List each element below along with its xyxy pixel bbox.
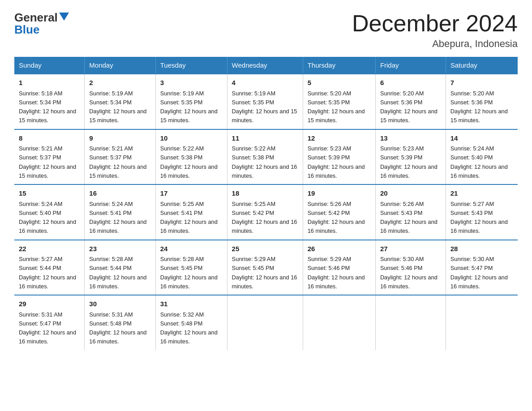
table-row: 30 Sunrise: 5:31 AMSunset: 5:48 PMDaylig…: [85, 295, 155, 350]
day-info: Sunrise: 5:29 AMSunset: 5:46 PMDaylight:…: [308, 256, 365, 290]
day-number: 10: [160, 133, 223, 144]
day-number: 6: [380, 78, 441, 88]
table-row: 6 Sunrise: 5:20 AMSunset: 5:36 PMDayligh…: [375, 74, 446, 129]
day-number: 27: [380, 244, 441, 254]
day-number: 11: [232, 133, 298, 144]
day-info: Sunrise: 5:18 AMSunset: 5:34 PMDaylight:…: [19, 90, 76, 124]
day-info: Sunrise: 5:21 AMSunset: 5:37 PMDaylight:…: [89, 145, 146, 179]
day-number: 31: [160, 299, 223, 309]
table-row: 24 Sunrise: 5:28 AMSunset: 5:45 PMDaylig…: [155, 240, 227, 295]
day-number: 30: [89, 299, 150, 309]
day-number: 21: [450, 188, 513, 199]
table-row: 2 Sunrise: 5:19 AMSunset: 5:34 PMDayligh…: [85, 74, 155, 129]
page-subtitle: Abepura, Indonesia: [352, 38, 518, 50]
day-info: Sunrise: 5:27 AMSunset: 5:43 PMDaylight:…: [450, 201, 508, 235]
table-row: 4 Sunrise: 5:19 AMSunset: 5:35 PMDayligh…: [227, 74, 303, 129]
day-number: 16: [89, 188, 150, 199]
table-row: [446, 295, 518, 350]
day-number: 9: [89, 133, 150, 144]
col-thursday: Thursday: [303, 57, 375, 74]
col-tuesday: Tuesday: [155, 57, 227, 74]
col-saturday: Saturday: [446, 57, 518, 74]
table-row: 13 Sunrise: 5:23 AMSunset: 5:39 PMDaylig…: [375, 129, 446, 185]
table-row: 29 Sunrise: 5:31 AMSunset: 5:47 PMDaylig…: [14, 295, 85, 350]
calendar-week-row: 22 Sunrise: 5:27 AMSunset: 5:44 PMDaylig…: [14, 240, 518, 295]
day-info: Sunrise: 5:25 AMSunset: 5:42 PMDaylight:…: [232, 201, 297, 235]
table-row: 27 Sunrise: 5:30 AMSunset: 5:46 PMDaylig…: [375, 240, 446, 295]
day-info: Sunrise: 5:25 AMSunset: 5:41 PMDaylight:…: [160, 201, 218, 235]
col-monday: Monday: [85, 57, 155, 74]
day-info: Sunrise: 5:24 AMSunset: 5:41 PMDaylight:…: [89, 201, 146, 235]
page-header: General Blue December 2024 Abepura, Indo…: [14, 11, 518, 50]
day-info: Sunrise: 5:23 AMSunset: 5:39 PMDaylight:…: [308, 145, 365, 179]
calendar-week-row: 29 Sunrise: 5:31 AMSunset: 5:47 PMDaylig…: [14, 295, 518, 350]
table-row: 21 Sunrise: 5:27 AMSunset: 5:43 PMDaylig…: [446, 184, 518, 240]
col-wednesday: Wednesday: [227, 57, 303, 74]
calendar-week-row: 8 Sunrise: 5:21 AMSunset: 5:37 PMDayligh…: [14, 129, 518, 185]
day-number: 22: [19, 244, 80, 254]
day-info: Sunrise: 5:26 AMSunset: 5:43 PMDaylight:…: [380, 201, 438, 235]
day-number: 14: [450, 133, 513, 144]
table-row: 28 Sunrise: 5:30 AMSunset: 5:47 PMDaylig…: [446, 240, 518, 295]
day-number: 7: [450, 78, 513, 88]
table-row: 15 Sunrise: 5:24 AMSunset: 5:40 PMDaylig…: [14, 184, 85, 240]
table-row: 14 Sunrise: 5:24 AMSunset: 5:40 PMDaylig…: [446, 129, 518, 185]
day-info: Sunrise: 5:21 AMSunset: 5:37 PMDaylight:…: [19, 145, 76, 179]
day-number: 13: [380, 133, 441, 144]
day-info: Sunrise: 5:20 AMSunset: 5:36 PMDaylight:…: [450, 90, 508, 124]
logo-blue: Blue: [14, 23, 39, 37]
table-row: 10 Sunrise: 5:22 AMSunset: 5:38 PMDaylig…: [155, 129, 227, 185]
table-row: 31 Sunrise: 5:32 AMSunset: 5:48 PMDaylig…: [155, 295, 227, 350]
day-number: 3: [160, 78, 223, 88]
day-info: Sunrise: 5:27 AMSunset: 5:44 PMDaylight:…: [19, 256, 76, 290]
day-number: 17: [160, 188, 223, 199]
day-info: Sunrise: 5:20 AMSunset: 5:36 PMDaylight:…: [380, 90, 438, 124]
day-info: Sunrise: 5:19 AMSunset: 5:34 PMDaylight:…: [89, 90, 146, 124]
table-row: 5 Sunrise: 5:20 AMSunset: 5:35 PMDayligh…: [303, 74, 375, 129]
day-info: Sunrise: 5:20 AMSunset: 5:35 PMDaylight:…: [308, 90, 365, 124]
day-number: 12: [308, 133, 371, 144]
day-info: Sunrise: 5:31 AMSunset: 5:48 PMDaylight:…: [89, 311, 146, 345]
table-row: 18 Sunrise: 5:25 AMSunset: 5:42 PMDaylig…: [227, 184, 303, 240]
table-row: 12 Sunrise: 5:23 AMSunset: 5:39 PMDaylig…: [303, 129, 375, 185]
table-row: 20 Sunrise: 5:26 AMSunset: 5:43 PMDaylig…: [375, 184, 446, 240]
day-number: 19: [308, 188, 371, 199]
day-number: 26: [308, 244, 371, 254]
day-info: Sunrise: 5:24 AMSunset: 5:40 PMDaylight:…: [19, 201, 76, 235]
day-number: 5: [308, 78, 371, 88]
day-info: Sunrise: 5:22 AMSunset: 5:38 PMDaylight:…: [232, 145, 297, 179]
table-row: 8 Sunrise: 5:21 AMSunset: 5:37 PMDayligh…: [14, 129, 85, 185]
day-number: 18: [232, 188, 298, 199]
title-block: December 2024 Abepura, Indonesia: [352, 11, 518, 50]
table-row: 3 Sunrise: 5:19 AMSunset: 5:35 PMDayligh…: [155, 74, 227, 129]
table-row: 1 Sunrise: 5:18 AMSunset: 5:34 PMDayligh…: [14, 74, 85, 129]
table-row: 17 Sunrise: 5:25 AMSunset: 5:41 PMDaylig…: [155, 184, 227, 240]
day-info: Sunrise: 5:30 AMSunset: 5:47 PMDaylight:…: [450, 256, 508, 290]
table-row: 26 Sunrise: 5:29 AMSunset: 5:46 PMDaylig…: [303, 240, 375, 295]
day-info: Sunrise: 5:23 AMSunset: 5:39 PMDaylight:…: [380, 145, 438, 179]
table-row: 16 Sunrise: 5:24 AMSunset: 5:41 PMDaylig…: [85, 184, 155, 240]
day-number: 28: [450, 244, 513, 254]
day-info: Sunrise: 5:31 AMSunset: 5:47 PMDaylight:…: [19, 311, 76, 345]
day-number: 29: [19, 299, 80, 309]
calendar-week-row: 1 Sunrise: 5:18 AMSunset: 5:34 PMDayligh…: [14, 74, 518, 129]
day-info: Sunrise: 5:24 AMSunset: 5:40 PMDaylight:…: [450, 145, 508, 179]
col-friday: Friday: [375, 57, 446, 74]
table-row: 19 Sunrise: 5:26 AMSunset: 5:42 PMDaylig…: [303, 184, 375, 240]
calendar-table: Sunday Monday Tuesday Wednesday Thursday…: [14, 57, 518, 350]
day-info: Sunrise: 5:19 AMSunset: 5:35 PMDaylight:…: [160, 90, 218, 124]
day-number: 2: [89, 78, 150, 88]
table-row: [227, 295, 303, 350]
col-sunday: Sunday: [14, 57, 85, 74]
table-row: [303, 295, 375, 350]
logo: General Blue: [14, 11, 69, 37]
day-number: 23: [89, 244, 150, 254]
day-info: Sunrise: 5:30 AMSunset: 5:46 PMDaylight:…: [380, 256, 438, 290]
day-number: 20: [380, 188, 441, 199]
logo-arrow-icon: [59, 13, 69, 22]
day-number: 8: [19, 133, 80, 144]
day-info: Sunrise: 5:28 AMSunset: 5:45 PMDaylight:…: [160, 256, 218, 290]
calendar-header-row: Sunday Monday Tuesday Wednesday Thursday…: [14, 57, 518, 74]
day-info: Sunrise: 5:26 AMSunset: 5:42 PMDaylight:…: [308, 201, 365, 235]
day-info: Sunrise: 5:22 AMSunset: 5:38 PMDaylight:…: [160, 145, 218, 179]
